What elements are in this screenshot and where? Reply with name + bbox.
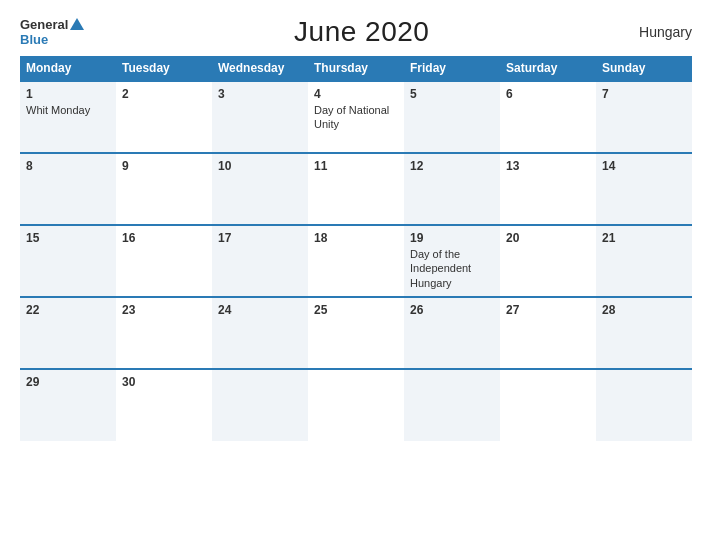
logo-blue-text: Blue bbox=[20, 32, 48, 47]
day-number: 28 bbox=[602, 303, 686, 317]
calendar-cell: 30 bbox=[116, 369, 212, 441]
calendar-cell: 2 bbox=[116, 81, 212, 153]
calendar-cell: 18 bbox=[308, 225, 404, 297]
day-number: 4 bbox=[314, 87, 398, 101]
col-thursday: Thursday bbox=[308, 56, 404, 81]
day-number: 22 bbox=[26, 303, 110, 317]
calendar-cell: 20 bbox=[500, 225, 596, 297]
calendar-cell: 26 bbox=[404, 297, 500, 369]
col-wednesday: Wednesday bbox=[212, 56, 308, 81]
day-number: 18 bbox=[314, 231, 398, 245]
calendar-cell: 15 bbox=[20, 225, 116, 297]
calendar-cell: 4Day of National Unity bbox=[308, 81, 404, 153]
holiday-label: Whit Monday bbox=[26, 104, 90, 116]
header: General Blue June 2020 Hungary bbox=[20, 16, 692, 48]
holiday-label: Day of the Independent Hungary bbox=[410, 248, 471, 289]
calendar-cell: 5 bbox=[404, 81, 500, 153]
day-number: 3 bbox=[218, 87, 302, 101]
holiday-label: Day of National Unity bbox=[314, 104, 389, 130]
calendar-page: General Blue June 2020 Hungary Monday Tu… bbox=[0, 0, 712, 550]
day-number: 13 bbox=[506, 159, 590, 173]
day-number: 24 bbox=[218, 303, 302, 317]
calendar-week-row: 891011121314 bbox=[20, 153, 692, 225]
calendar-cell: 7 bbox=[596, 81, 692, 153]
month-title: June 2020 bbox=[294, 16, 429, 48]
day-number: 10 bbox=[218, 159, 302, 173]
day-number: 7 bbox=[602, 87, 686, 101]
day-number: 23 bbox=[122, 303, 206, 317]
calendar-cell: 27 bbox=[500, 297, 596, 369]
calendar-cell bbox=[404, 369, 500, 441]
day-number: 25 bbox=[314, 303, 398, 317]
day-number: 5 bbox=[410, 87, 494, 101]
calendar-cell: 24 bbox=[212, 297, 308, 369]
day-number: 29 bbox=[26, 375, 110, 389]
calendar-cell: 6 bbox=[500, 81, 596, 153]
calendar-cell bbox=[596, 369, 692, 441]
calendar-cell: 14 bbox=[596, 153, 692, 225]
day-number: 19 bbox=[410, 231, 494, 245]
calendar-cell: 8 bbox=[20, 153, 116, 225]
day-number: 27 bbox=[506, 303, 590, 317]
col-sunday: Sunday bbox=[596, 56, 692, 81]
calendar-cell: 23 bbox=[116, 297, 212, 369]
logo-triangle-icon bbox=[70, 18, 84, 30]
col-tuesday: Tuesday bbox=[116, 56, 212, 81]
day-number: 1 bbox=[26, 87, 110, 101]
calendar-cell: 22 bbox=[20, 297, 116, 369]
day-number: 30 bbox=[122, 375, 206, 389]
calendar-cell: 11 bbox=[308, 153, 404, 225]
logo: General Blue bbox=[20, 18, 84, 47]
calendar-week-row: 1Whit Monday234Day of National Unity567 bbox=[20, 81, 692, 153]
calendar-cell: 28 bbox=[596, 297, 692, 369]
day-number: 20 bbox=[506, 231, 590, 245]
calendar-cell: 17 bbox=[212, 225, 308, 297]
col-saturday: Saturday bbox=[500, 56, 596, 81]
calendar-cell: 3 bbox=[212, 81, 308, 153]
calendar-cell: 9 bbox=[116, 153, 212, 225]
calendar-week-row: 22232425262728 bbox=[20, 297, 692, 369]
calendar-cell bbox=[500, 369, 596, 441]
day-number: 6 bbox=[506, 87, 590, 101]
day-number: 2 bbox=[122, 87, 206, 101]
calendar-cell: 19Day of the Independent Hungary bbox=[404, 225, 500, 297]
calendar-cell: 25 bbox=[308, 297, 404, 369]
day-number: 26 bbox=[410, 303, 494, 317]
calendar-cell: 12 bbox=[404, 153, 500, 225]
day-number: 11 bbox=[314, 159, 398, 173]
col-friday: Friday bbox=[404, 56, 500, 81]
calendar-cell: 10 bbox=[212, 153, 308, 225]
calendar-cell: 21 bbox=[596, 225, 692, 297]
calendar-table: Monday Tuesday Wednesday Thursday Friday… bbox=[20, 56, 692, 441]
day-number: 21 bbox=[602, 231, 686, 245]
country-label: Hungary bbox=[639, 24, 692, 40]
logo-general-text: General bbox=[20, 18, 68, 31]
calendar-cell: 1Whit Monday bbox=[20, 81, 116, 153]
calendar-cell bbox=[212, 369, 308, 441]
calendar-cell: 29 bbox=[20, 369, 116, 441]
day-number: 16 bbox=[122, 231, 206, 245]
day-number: 12 bbox=[410, 159, 494, 173]
calendar-cell: 13 bbox=[500, 153, 596, 225]
day-number: 15 bbox=[26, 231, 110, 245]
calendar-week-row: 2930 bbox=[20, 369, 692, 441]
day-number: 8 bbox=[26, 159, 110, 173]
calendar-week-row: 1516171819Day of the Independent Hungary… bbox=[20, 225, 692, 297]
day-number: 9 bbox=[122, 159, 206, 173]
day-number: 17 bbox=[218, 231, 302, 245]
calendar-header-row: Monday Tuesday Wednesday Thursday Friday… bbox=[20, 56, 692, 81]
calendar-cell: 16 bbox=[116, 225, 212, 297]
day-number: 14 bbox=[602, 159, 686, 173]
calendar-cell bbox=[308, 369, 404, 441]
col-monday: Monday bbox=[20, 56, 116, 81]
